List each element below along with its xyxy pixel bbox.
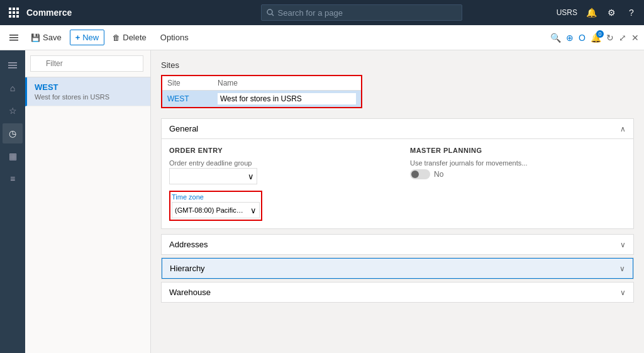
bell-icon[interactable]: 🔔 — [585, 6, 597, 19]
list-panel-toolbar — [25, 50, 150, 77]
general-section-header[interactable]: General ∧ — [162, 119, 633, 139]
sites-table-header: Site Name — [162, 76, 361, 91]
sites-section-header: Sites — [161, 60, 634, 70]
hierarchy-header[interactable]: Hierarchy ∨ — [162, 258, 633, 279]
hierarchy-section: Hierarchy ∨ — [161, 257, 634, 279]
svg-rect-2 — [16, 8, 19, 10]
svg-rect-1 — [13, 8, 15, 10]
save-button[interactable]: 💾 Save — [25, 30, 67, 45]
save-icon: 💾 — [31, 33, 40, 42]
name-col-header: Name — [218, 79, 356, 87]
sites-table-outlined: Site Name WEST — [161, 75, 362, 108]
svg-rect-6 — [9, 15, 11, 18]
plus-icon: + — [75, 33, 80, 42]
svg-rect-4 — [13, 11, 15, 14]
svg-rect-16 — [8, 67, 17, 69]
svg-rect-8 — [16, 15, 19, 18]
list-item[interactable]: WEST West for stores in USRS — [25, 77, 150, 106]
master-planning-group: MASTER PLANNING Use transfer journals fo… — [410, 147, 626, 221]
toggle-knob — [411, 171, 419, 178]
list-filter-input[interactable] — [30, 55, 143, 72]
svg-rect-14 — [8, 62, 17, 64]
svg-rect-3 — [9, 11, 11, 14]
office-icon[interactable]: O — [579, 33, 586, 43]
timezone-value: (GMT-08:00) Pacific Time (US ... — [175, 206, 244, 214]
general-section-title: General — [169, 124, 198, 133]
delete-button[interactable]: 🗑 Delete — [107, 30, 152, 45]
options-button[interactable]: Options — [155, 30, 194, 45]
site-name-input[interactable] — [218, 93, 356, 104]
timezone-dropdown[interactable]: (GMT-08:00) Pacific Time (US ... ∨ — [172, 202, 260, 218]
addresses-chevron-icon: ∨ — [620, 240, 626, 249]
sidebar-star-icon[interactable]: ☆ — [3, 101, 23, 121]
site-code: WEST — [167, 94, 218, 103]
username: USRS — [557, 8, 577, 17]
warehouse-chevron-icon: ∨ — [620, 288, 626, 297]
hierarchy-chevron-icon: ∨ — [619, 264, 625, 273]
toggle-label: No — [434, 170, 443, 179]
sites-table-row[interactable]: WEST — [162, 91, 361, 107]
transfer-label: Use transfer journals for movements... — [410, 159, 626, 167]
grid-icon[interactable] — [6, 5, 21, 20]
notification-icon[interactable]: 🔔 0 — [591, 33, 601, 43]
sidebar-list-icon[interactable]: ≡ — [3, 169, 23, 189]
close-icon[interactable]: ✕ — [631, 33, 639, 43]
transfer-toggle[interactable] — [410, 169, 430, 179]
list-panel: WEST West for stores in USRS — [25, 50, 151, 353]
toolbar-search-icon[interactable]: 🔍 — [550, 33, 561, 43]
order-entry-group: ORDER ENTRY Order entry deadline group ∨… — [169, 147, 385, 221]
site-col-header: Site — [167, 79, 218, 87]
svg-rect-7 — [13, 15, 15, 18]
svg-rect-11 — [9, 35, 18, 36]
svg-rect-15 — [8, 65, 17, 66]
order-entry-title: ORDER ENTRY — [169, 147, 385, 154]
top-nav-right: USRS 🔔 ⚙ ? — [557, 6, 638, 19]
svg-point-9 — [267, 9, 272, 14]
deadline-dropdown[interactable]: ∨ — [169, 168, 257, 184]
connection-icon[interactable]: ⊕ — [566, 33, 574, 43]
sidebar-home-icon[interactable]: ⌂ — [3, 78, 23, 98]
addresses-section: Addresses ∨ — [161, 234, 634, 255]
delete-icon: 🗑 — [113, 33, 120, 42]
svg-rect-13 — [9, 40, 18, 41]
svg-rect-5 — [16, 11, 19, 14]
deadline-label: Order entry deadline group — [169, 159, 385, 167]
toolbar: 💾 Save + New 🗑 Delete Options 🔍 ⊕ O 🔔 0 … — [0, 25, 644, 50]
content-area: Sites Site Name WEST General ∧ — [151, 50, 644, 353]
list-item-subtitle: West for stores in USRS — [35, 93, 143, 101]
sidebar-workspaces-icon[interactable]: ▦ — [3, 146, 23, 166]
sidebar-icons: ⌂ ☆ ◷ ▦ ≡ — [0, 50, 25, 353]
master-planning-title: MASTER PLANNING — [410, 147, 626, 154]
general-section-body: ORDER ENTRY Order entry deadline group ∨… — [162, 139, 633, 228]
settings-icon[interactable]: ⚙ — [605, 6, 618, 19]
general-two-col: ORDER ENTRY Order entry deadline group ∨… — [169, 147, 626, 221]
sites-section: Sites Site Name WEST — [161, 60, 634, 108]
list-item-title: WEST — [35, 82, 143, 92]
main-layout: ⌂ ☆ ◷ ▦ ≡ WEST West for stores in USRS — [0, 50, 644, 353]
svg-rect-0 — [9, 8, 11, 10]
toggle-wrapper: No — [410, 169, 626, 179]
expand-icon[interactable]: ⤢ — [619, 33, 626, 43]
refresh-icon[interactable]: ↻ — [606, 33, 614, 43]
timezone-chevron-icon: ∨ — [250, 206, 257, 215]
top-nav-bar: Commerce Search for a page USRS 🔔 ⚙ ? — [0, 0, 644, 25]
filter-wrapper — [30, 55, 145, 72]
warehouse-title: Warehouse — [169, 288, 211, 297]
timezone-label: Time zone — [172, 193, 260, 201]
new-button[interactable]: + New — [70, 30, 105, 45]
general-section: General ∧ ORDER ENTRY Order entry deadli… — [161, 118, 634, 229]
sidebar-menu-icon[interactable] — [3, 55, 23, 76]
warehouse-header[interactable]: Warehouse ∨ — [162, 283, 633, 302]
addresses-title: Addresses — [169, 240, 208, 249]
svg-line-10 — [272, 14, 274, 16]
app-title: Commerce — [26, 8, 72, 18]
sidebar-recent-icon[interactable]: ◷ — [3, 123, 23, 143]
general-chevron-up-icon: ∧ — [620, 125, 626, 133]
svg-rect-12 — [9, 37, 18, 38]
warehouse-section: Warehouse ∨ — [161, 282, 634, 303]
global-search[interactable]: Search for a page — [261, 4, 462, 21]
hierarchy-title: Hierarchy — [170, 264, 205, 273]
help-icon[interactable]: ? — [625, 6, 638, 19]
menu-button[interactable] — [5, 30, 23, 45]
addresses-header[interactable]: Addresses ∨ — [162, 235, 633, 254]
